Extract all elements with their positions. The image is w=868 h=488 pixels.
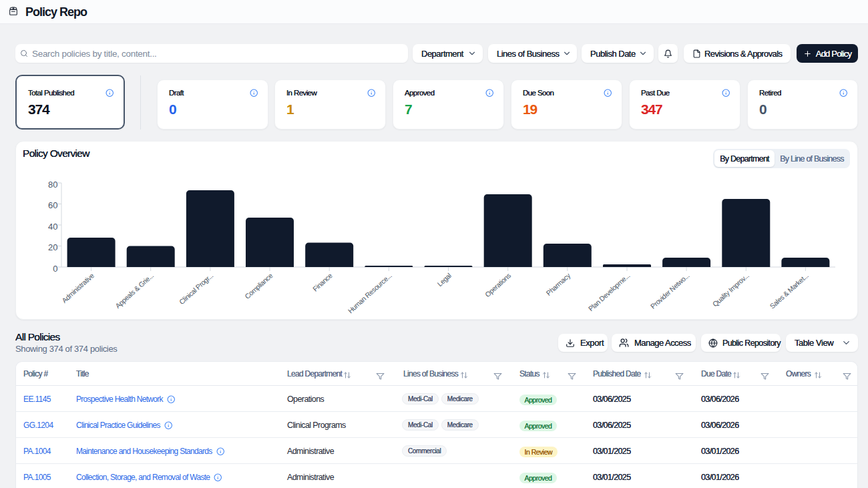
svg-text:Plan Developme...: Plan Developme... (587, 272, 632, 313)
svg-text:Compliance: Compliance (243, 271, 274, 300)
svg-text:Operations: Operations (483, 271, 512, 298)
svg-text:Legal: Legal (435, 272, 453, 288)
svg-text:Finance: Finance (311, 271, 334, 292)
svg-text:60: 60 (48, 200, 57, 210)
svg-text:0: 0 (53, 264, 57, 274)
svg-text:Sales & Market...: Sales & Market... (768, 272, 809, 310)
svg-text:Human Resource...: Human Resource... (346, 272, 393, 315)
svg-text:80: 80 (48, 180, 57, 190)
svg-text:Quality Improv...: Quality Improv... (710, 272, 750, 308)
svg-text:Appeals & Grie...: Appeals & Grie... (114, 272, 155, 310)
svg-text:20: 20 (48, 242, 57, 252)
svg-text:Clinical Progr...: Clinical Progr... (178, 272, 214, 306)
svg-text:Pharmacy: Pharmacy (544, 271, 572, 297)
svg-text:Provider Netwo...: Provider Netwo... (649, 272, 691, 310)
svg-text:40: 40 (48, 222, 57, 232)
svg-text:Administrative: Administrative (60, 271, 95, 304)
